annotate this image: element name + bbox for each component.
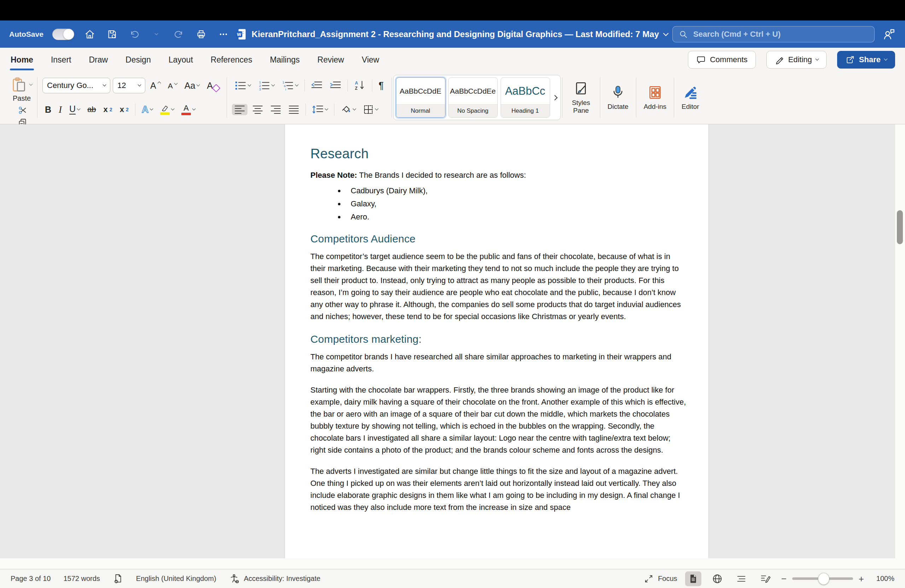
- save-icon: [106, 29, 118, 40]
- styles-gallery-expand-chevron[interactable]: [552, 95, 557, 100]
- font-name-select[interactable]: Century Go...: [43, 78, 110, 93]
- line-spacing-button[interactable]: [310, 103, 330, 116]
- subscript-button[interactable]: x 2: [101, 105, 115, 114]
- doc-heading-research: Research: [310, 146, 687, 162]
- tab-insert[interactable]: Insert: [50, 54, 72, 66]
- share-button[interactable]: Share: [837, 51, 895, 68]
- print-button[interactable]: [194, 28, 208, 41]
- outline-view-icon: [737, 575, 746, 583]
- increase-indent-button[interactable]: [327, 79, 344, 92]
- numbering-button[interactable]: 1 2 3: [256, 79, 277, 92]
- language-indicator[interactable]: English (United Kingdom): [136, 575, 216, 583]
- cut-button[interactable]: [15, 104, 30, 117]
- multilevel-list-button[interactable]: 1 a i: [279, 79, 300, 92]
- tab-view[interactable]: View: [361, 54, 379, 66]
- justify-button[interactable]: [286, 104, 302, 115]
- add-ins-button[interactable]: Add-ins: [638, 74, 672, 120]
- tab-design[interactable]: Design: [125, 54, 152, 66]
- document-page[interactable]: Research Please Note: The Brands I decid…: [284, 124, 709, 558]
- text-effects-glyph: A: [142, 104, 149, 115]
- sort-button[interactable]: A Z: [352, 79, 368, 92]
- style-card-heading-1[interactable]: AaBbCc Heading 1: [500, 78, 550, 118]
- style-card-no-spacing[interactable]: AaBbCcDdEe No Spacing: [448, 78, 498, 118]
- search-input[interactable]: [692, 29, 868, 39]
- bullets-button[interactable]: [232, 79, 253, 92]
- tab-draw[interactable]: Draw: [88, 54, 108, 66]
- highlight-button[interactable]: [158, 103, 176, 116]
- strikethrough-button[interactable]: ab: [85, 105, 98, 114]
- font-size-select[interactable]: 12: [113, 78, 145, 93]
- zoom-slider-thumb[interactable]: [818, 573, 829, 585]
- accessibility-status[interactable]: Accessibility: Investigate: [229, 574, 321, 584]
- tab-mailings[interactable]: Mailings: [269, 54, 300, 66]
- comment-icon: [696, 55, 706, 65]
- superscript-button[interactable]: x 2: [117, 105, 131, 114]
- undo-menu-chevron[interactable]: [150, 28, 164, 41]
- home-icon: [84, 29, 95, 40]
- save-button[interactable]: [105, 28, 119, 41]
- editing-mode-dropdown[interactable]: Editing: [767, 51, 827, 68]
- font-color-glyph: A: [184, 104, 189, 112]
- zoom-level[interactable]: 100%: [870, 575, 894, 583]
- text-effects-button[interactable]: A: [139, 103, 156, 116]
- align-center-button[interactable]: [250, 104, 265, 115]
- list-item: Galaxy,: [345, 198, 687, 209]
- styles-pane-button[interactable]: Styles Pane: [564, 74, 599, 120]
- paste-button[interactable]: Paste: [11, 77, 32, 103]
- redo-button[interactable]: [172, 28, 186, 41]
- undo-button[interactable]: [128, 28, 141, 41]
- borders-button[interactable]: [360, 103, 380, 116]
- page-indicator[interactable]: Page 3 of 10: [11, 575, 51, 583]
- tab-references[interactable]: References: [210, 54, 253, 66]
- title-menu-chevron[interactable]: [663, 30, 669, 36]
- tab-review[interactable]: Review: [317, 54, 345, 66]
- draft-view-button[interactable]: [757, 571, 773, 586]
- show-formatting-marks-button[interactable]: ¶: [376, 80, 386, 92]
- underline-button[interactable]: U: [67, 103, 83, 116]
- scrollbar-thumb[interactable]: [897, 210, 903, 244]
- editor-button[interactable]: Editor: [676, 74, 705, 120]
- horizontal-scroll-strip: [0, 558, 905, 569]
- change-case-button[interactable]: Aa: [182, 80, 202, 91]
- more-commands-button[interactable]: [217, 28, 230, 41]
- align-right-icon: [270, 105, 281, 114]
- shading-icon: [341, 105, 351, 114]
- style-card-normal[interactable]: AaBbCcDdE Normal: [396, 78, 445, 118]
- feedback-button[interactable]: [882, 28, 896, 41]
- doc-paragraph: Starting with the chocolate bar wrappers…: [310, 384, 687, 456]
- comments-button[interactable]: Comments: [688, 51, 756, 68]
- zoom-in-button[interactable]: +: [859, 574, 864, 583]
- shading-button[interactable]: [338, 103, 358, 116]
- zoom-out-button[interactable]: −: [781, 574, 787, 583]
- bold-button[interactable]: B: [43, 104, 54, 115]
- italic-button[interactable]: I: [56, 104, 64, 116]
- web-layout-view-button[interactable]: [709, 571, 726, 586]
- autosave-toggle[interactable]: [52, 29, 74, 40]
- document-content: Research Please Note: The Brands I decid…: [310, 146, 687, 514]
- paste-menu-chevron[interactable]: [29, 82, 33, 86]
- clear-formatting-button[interactable]: A: [204, 79, 222, 92]
- print-layout-view-button[interactable]: [685, 571, 701, 586]
- dictate-button[interactable]: Dictate: [602, 74, 635, 120]
- tab-layout[interactable]: Layout: [168, 54, 194, 66]
- zoom-slider[interactable]: [792, 577, 853, 580]
- focus-mode-button[interactable]: Focus: [644, 574, 677, 584]
- align-right-button[interactable]: [268, 104, 284, 115]
- font-color-button[interactable]: A: [179, 103, 198, 116]
- outline-view-button[interactable]: [733, 571, 749, 586]
- chevron-down-icon: [155, 32, 158, 35]
- vertical-scrollbar[interactable]: [895, 124, 905, 558]
- outdent-icon: [311, 81, 322, 90]
- word-count[interactable]: 1572 words: [63, 575, 100, 583]
- tab-home[interactable]: Home: [10, 54, 34, 66]
- proofing-status[interactable]: [113, 573, 123, 585]
- search-box[interactable]: [672, 26, 875, 43]
- titlebar-right: [672, 26, 896, 43]
- grow-font-button[interactable]: A: [148, 80, 163, 91]
- svg-text:1: 1: [259, 81, 261, 84]
- style-label: No Spacing: [449, 104, 497, 117]
- home-button[interactable]: [83, 28, 97, 41]
- shrink-font-button[interactable]: A: [165, 81, 179, 90]
- align-left-button[interactable]: [232, 104, 248, 115]
- decrease-indent-button[interactable]: [309, 79, 325, 92]
